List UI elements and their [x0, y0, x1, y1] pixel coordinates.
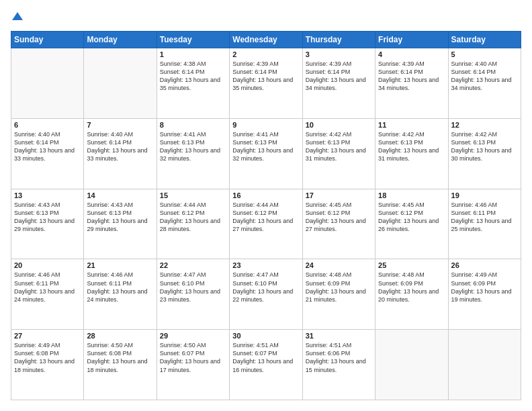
calendar-cell [84, 48, 157, 119]
day-info: Sunrise: 4:40 AM Sunset: 6:14 PM Dayligh… [451, 60, 518, 93]
weekday-header-thursday: Thursday [302, 32, 375, 48]
weekday-header-friday: Friday [375, 32, 448, 48]
day-info: Sunrise: 4:45 AM Sunset: 6:12 PM Dayligh… [378, 201, 445, 234]
day-number: 10 [306, 121, 372, 129]
calendar-cell: 2Sunrise: 4:39 AM Sunset: 6:14 PM Daylig… [230, 48, 302, 119]
day-info: Sunrise: 4:46 AM Sunset: 6:11 PM Dayligh… [451, 201, 518, 234]
calendar-cell: 6Sunrise: 4:40 AM Sunset: 6:14 PM Daylig… [11, 118, 84, 189]
day-number: 6 [14, 121, 81, 129]
calendar-cell: 17Sunrise: 4:45 AM Sunset: 6:12 PM Dayli… [302, 189, 375, 259]
day-info: Sunrise: 4:50 AM Sunset: 6:08 PM Dayligh… [87, 341, 153, 374]
calendar-cell: 14Sunrise: 4:43 AM Sunset: 6:13 PM Dayli… [84, 189, 157, 259]
day-info: Sunrise: 4:41 AM Sunset: 6:13 PM Dayligh… [160, 130, 226, 163]
day-info: Sunrise: 4:42 AM Sunset: 6:13 PM Dayligh… [451, 130, 518, 163]
day-info: Sunrise: 4:48 AM Sunset: 6:09 PM Dayligh… [378, 271, 445, 304]
day-info: Sunrise: 4:38 AM Sunset: 6:14 PM Dayligh… [160, 60, 226, 93]
day-number: 11 [378, 121, 445, 129]
day-info: Sunrise: 4:51 AM Sunset: 6:06 PM Dayligh… [306, 341, 372, 374]
calendar-week-2: 6Sunrise: 4:40 AM Sunset: 6:14 PM Daylig… [11, 118, 521, 189]
day-number: 7 [87, 121, 153, 129]
day-info: Sunrise: 4:41 AM Sunset: 6:13 PM Dayligh… [232, 130, 299, 163]
day-number: 29 [160, 332, 226, 340]
day-number: 2 [232, 50, 299, 58]
day-number: 20 [14, 261, 81, 269]
calendar-cell: 27Sunrise: 4:49 AM Sunset: 6:08 PM Dayli… [11, 330, 84, 400]
day-number: 12 [451, 121, 518, 129]
weekday-header-row: SundayMondayTuesdayWednesdayThursdayFrid… [11, 32, 521, 48]
day-info: Sunrise: 4:42 AM Sunset: 6:13 PM Dayligh… [306, 130, 372, 163]
calendar-week-4: 20Sunrise: 4:46 AM Sunset: 6:11 PM Dayli… [11, 259, 521, 330]
day-number: 17 [306, 191, 372, 199]
calendar-week-3: 13Sunrise: 4:43 AM Sunset: 6:13 PM Dayli… [11, 189, 521, 259]
day-number: 26 [451, 261, 518, 269]
calendar-cell: 21Sunrise: 4:46 AM Sunset: 6:11 PM Dayli… [84, 259, 157, 330]
calendar-cell: 15Sunrise: 4:44 AM Sunset: 6:12 PM Dayli… [157, 189, 229, 259]
day-number: 24 [306, 261, 372, 269]
calendar-week-5: 27Sunrise: 4:49 AM Sunset: 6:08 PM Dayli… [11, 330, 521, 400]
weekday-header-sunday: Sunday [11, 32, 84, 48]
calendar-cell: 31Sunrise: 4:51 AM Sunset: 6:06 PM Dayli… [302, 330, 375, 400]
day-info: Sunrise: 4:51 AM Sunset: 6:07 PM Dayligh… [232, 341, 299, 374]
day-info: Sunrise: 4:47 AM Sunset: 6:10 PM Dayligh… [160, 271, 226, 304]
day-number: 27 [14, 332, 81, 340]
day-info: Sunrise: 4:44 AM Sunset: 6:12 PM Dayligh… [160, 201, 226, 234]
weekday-header-monday: Monday [84, 32, 157, 48]
day-number: 13 [14, 191, 81, 199]
calendar-cell [448, 330, 521, 400]
day-number: 16 [232, 191, 299, 199]
calendar-cell [11, 48, 84, 119]
calendar-cell: 16Sunrise: 4:44 AM Sunset: 6:12 PM Dayli… [230, 189, 302, 259]
logo-icon [11, 11, 24, 24]
calendar-cell: 19Sunrise: 4:46 AM Sunset: 6:11 PM Dayli… [448, 189, 521, 259]
calendar-cell: 12Sunrise: 4:42 AM Sunset: 6:13 PM Dayli… [448, 118, 521, 189]
day-number: 21 [87, 261, 153, 269]
day-number: 23 [232, 261, 299, 269]
calendar-cell: 13Sunrise: 4:43 AM Sunset: 6:13 PM Dayli… [11, 189, 84, 259]
day-info: Sunrise: 4:47 AM Sunset: 6:10 PM Dayligh… [232, 271, 299, 304]
day-info: Sunrise: 4:46 AM Sunset: 6:11 PM Dayligh… [14, 271, 81, 304]
day-info: Sunrise: 4:48 AM Sunset: 6:09 PM Dayligh… [306, 271, 372, 304]
day-number: 15 [160, 191, 226, 199]
calendar-cell: 20Sunrise: 4:46 AM Sunset: 6:11 PM Dayli… [11, 259, 84, 330]
calendar-week-1: 1Sunrise: 4:38 AM Sunset: 6:14 PM Daylig… [11, 48, 521, 119]
calendar-cell: 30Sunrise: 4:51 AM Sunset: 6:07 PM Dayli… [230, 330, 302, 400]
day-number: 14 [87, 191, 153, 199]
calendar-cell: 23Sunrise: 4:47 AM Sunset: 6:10 PM Dayli… [230, 259, 302, 330]
day-info: Sunrise: 4:45 AM Sunset: 6:12 PM Dayligh… [306, 201, 372, 234]
calendar-cell: 5Sunrise: 4:40 AM Sunset: 6:14 PM Daylig… [448, 48, 521, 119]
day-info: Sunrise: 4:39 AM Sunset: 6:14 PM Dayligh… [306, 60, 372, 93]
calendar-cell: 29Sunrise: 4:50 AM Sunset: 6:07 PM Dayli… [157, 330, 229, 400]
svg-marker-0 [12, 12, 23, 20]
logo [11, 11, 24, 24]
day-info: Sunrise: 4:43 AM Sunset: 6:13 PM Dayligh… [87, 201, 153, 234]
calendar-cell: 25Sunrise: 4:48 AM Sunset: 6:09 PM Dayli… [375, 259, 448, 330]
day-info: Sunrise: 4:44 AM Sunset: 6:12 PM Dayligh… [232, 201, 299, 234]
page: SundayMondayTuesdayWednesdayThursdayFrid… [0, 0, 532, 411]
day-number: 4 [378, 50, 445, 58]
calendar-cell: 24Sunrise: 4:48 AM Sunset: 6:09 PM Dayli… [302, 259, 375, 330]
day-info: Sunrise: 4:39 AM Sunset: 6:14 PM Dayligh… [232, 60, 299, 93]
calendar-cell: 22Sunrise: 4:47 AM Sunset: 6:10 PM Dayli… [157, 259, 229, 330]
day-number: 22 [160, 261, 226, 269]
day-number: 19 [451, 191, 518, 199]
calendar-cell: 3Sunrise: 4:39 AM Sunset: 6:14 PM Daylig… [302, 48, 375, 119]
day-number: 25 [378, 261, 445, 269]
day-number: 8 [160, 121, 226, 129]
calendar-cell: 8Sunrise: 4:41 AM Sunset: 6:13 PM Daylig… [157, 118, 229, 189]
calendar-cell: 10Sunrise: 4:42 AM Sunset: 6:13 PM Dayli… [302, 118, 375, 189]
header [11, 11, 521, 24]
day-number: 30 [232, 332, 299, 340]
weekday-header-saturday: Saturday [448, 32, 521, 48]
calendar-cell: 18Sunrise: 4:45 AM Sunset: 6:12 PM Dayli… [375, 189, 448, 259]
calendar-cell: 26Sunrise: 4:49 AM Sunset: 6:09 PM Dayli… [448, 259, 521, 330]
day-info: Sunrise: 4:46 AM Sunset: 6:11 PM Dayligh… [87, 271, 153, 304]
calendar-cell [375, 330, 448, 400]
calendar-cell: 28Sunrise: 4:50 AM Sunset: 6:08 PM Dayli… [84, 330, 157, 400]
day-info: Sunrise: 4:49 AM Sunset: 6:08 PM Dayligh… [14, 341, 81, 374]
weekday-header-tuesday: Tuesday [157, 32, 229, 48]
calendar-table: SundayMondayTuesdayWednesdayThursdayFrid… [11, 31, 521, 400]
day-number: 18 [378, 191, 445, 199]
calendar-cell: 11Sunrise: 4:42 AM Sunset: 6:13 PM Dayli… [375, 118, 448, 189]
calendar-cell: 9Sunrise: 4:41 AM Sunset: 6:13 PM Daylig… [230, 118, 302, 189]
day-number: 3 [306, 50, 372, 58]
